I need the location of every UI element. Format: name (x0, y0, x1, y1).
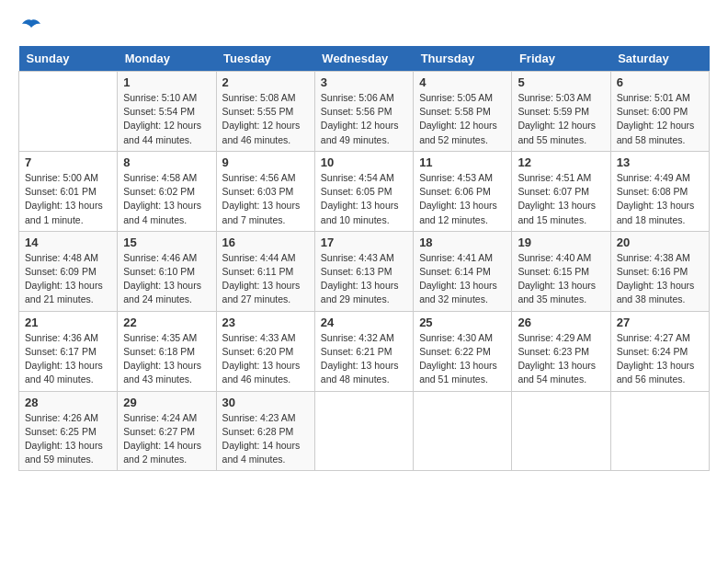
cell-content: Sunrise: 5:00 AM Sunset: 6:01 PM Dayligh… (25, 171, 111, 227)
cell-content: Sunrise: 4:24 AM Sunset: 6:27 PM Dayligh… (123, 411, 210, 467)
cell-content: Sunrise: 5:06 AM Sunset: 5:56 PM Dayligh… (321, 91, 407, 147)
cell-content: Sunrise: 4:27 AM Sunset: 6:24 PM Dayligh… (617, 331, 703, 387)
calendar-table: SundayMondayTuesdayWednesdayThursdayFrid… (18, 46, 710, 471)
calendar-cell: 27Sunrise: 4:27 AM Sunset: 6:24 PM Dayli… (610, 311, 709, 391)
calendar-cell: 17Sunrise: 4:43 AM Sunset: 6:13 PM Dayli… (314, 231, 413, 311)
cell-content: Sunrise: 5:03 AM Sunset: 5:59 PM Dayligh… (518, 91, 604, 147)
day-number: 27 (617, 316, 703, 329)
column-header-thursday: Thursday (414, 46, 512, 72)
calendar-week-row: 1Sunrise: 5:10 AM Sunset: 5:54 PM Daylig… (19, 72, 710, 152)
calendar-cell: 7Sunrise: 5:00 AM Sunset: 6:01 PM Daylig… (19, 151, 118, 231)
day-number: 20 (617, 236, 703, 249)
column-header-sunday: Sunday (19, 46, 118, 72)
calendar-cell: 26Sunrise: 4:29 AM Sunset: 6:23 PM Dayli… (512, 311, 610, 391)
day-number: 1 (123, 75, 210, 89)
day-number: 11 (419, 155, 506, 169)
calendar-week-row: 21Sunrise: 4:36 AM Sunset: 6:17 PM Dayli… (19, 311, 710, 391)
cell-content: Sunrise: 4:41 AM Sunset: 6:14 PM Dayligh… (419, 251, 506, 307)
calendar-cell: 30Sunrise: 4:23 AM Sunset: 6:28 PM Dayli… (216, 391, 314, 471)
column-header-saturday: Saturday (610, 46, 709, 72)
calendar-week-row: 7Sunrise: 5:00 AM Sunset: 6:01 PM Daylig… (19, 151, 710, 231)
calendar-cell: 16Sunrise: 4:44 AM Sunset: 6:11 PM Dayli… (216, 231, 314, 311)
cell-content: Sunrise: 4:48 AM Sunset: 6:09 PM Dayligh… (25, 251, 111, 307)
calendar-cell: 29Sunrise: 4:24 AM Sunset: 6:27 PM Dayli… (118, 391, 216, 471)
cell-content: Sunrise: 4:51 AM Sunset: 6:07 PM Dayligh… (518, 171, 604, 227)
day-number: 23 (222, 316, 309, 329)
day-number: 21 (25, 316, 111, 329)
day-number: 22 (123, 316, 210, 329)
calendar-header-row: SundayMondayTuesdayWednesdayThursdayFrid… (19, 46, 710, 72)
column-header-friday: Friday (512, 46, 610, 72)
calendar-week-row: 14Sunrise: 4:48 AM Sunset: 6:09 PM Dayli… (19, 231, 710, 311)
calendar-cell: 6Sunrise: 5:01 AM Sunset: 6:00 PM Daylig… (610, 72, 709, 152)
day-number: 13 (617, 155, 703, 169)
calendar-cell: 23Sunrise: 4:33 AM Sunset: 6:20 PM Dayli… (216, 311, 314, 391)
day-number: 12 (518, 155, 604, 169)
cell-content: Sunrise: 4:30 AM Sunset: 6:22 PM Dayligh… (419, 331, 506, 387)
day-number: 29 (123, 396, 210, 409)
cell-content: Sunrise: 4:53 AM Sunset: 6:06 PM Dayligh… (419, 171, 506, 227)
day-number: 7 (25, 155, 111, 169)
day-number: 5 (518, 75, 604, 89)
day-number: 4 (419, 75, 506, 89)
day-number: 6 (617, 75, 703, 89)
column-header-monday: Monday (118, 46, 216, 72)
cell-content: Sunrise: 4:43 AM Sunset: 6:13 PM Dayligh… (321, 251, 407, 307)
cell-content: Sunrise: 5:10 AM Sunset: 5:54 PM Dayligh… (123, 91, 210, 147)
calendar-cell: 5Sunrise: 5:03 AM Sunset: 5:59 PM Daylig… (512, 72, 610, 152)
day-number: 26 (518, 316, 604, 329)
day-number: 28 (25, 396, 111, 409)
cell-content: Sunrise: 4:35 AM Sunset: 6:18 PM Dayligh… (123, 331, 210, 387)
cell-content: Sunrise: 5:05 AM Sunset: 5:58 PM Dayligh… (419, 91, 506, 147)
column-header-tuesday: Tuesday (216, 46, 314, 72)
calendar-cell (314, 391, 413, 471)
calendar-cell: 2Sunrise: 5:08 AM Sunset: 5:55 PM Daylig… (216, 72, 314, 152)
cell-content: Sunrise: 4:29 AM Sunset: 6:23 PM Dayligh… (518, 331, 604, 387)
cell-content: Sunrise: 4:26 AM Sunset: 6:25 PM Dayligh… (25, 411, 111, 467)
calendar-cell (512, 391, 610, 471)
cell-content: Sunrise: 4:49 AM Sunset: 6:08 PM Dayligh… (617, 171, 703, 227)
calendar-cell: 11Sunrise: 4:53 AM Sunset: 6:06 PM Dayli… (414, 151, 512, 231)
calendar-cell: 4Sunrise: 5:05 AM Sunset: 5:58 PM Daylig… (414, 72, 512, 152)
calendar-cell: 12Sunrise: 4:51 AM Sunset: 6:07 PM Dayli… (512, 151, 610, 231)
logo (18, 18, 42, 31)
cell-content: Sunrise: 4:46 AM Sunset: 6:10 PM Dayligh… (123, 251, 210, 307)
calendar-cell: 19Sunrise: 4:40 AM Sunset: 6:15 PM Dayli… (512, 231, 610, 311)
day-number: 3 (321, 75, 407, 89)
calendar-cell: 15Sunrise: 4:46 AM Sunset: 6:10 PM Dayli… (118, 231, 216, 311)
calendar-week-row: 28Sunrise: 4:26 AM Sunset: 6:25 PM Dayli… (19, 391, 710, 471)
cell-content: Sunrise: 4:44 AM Sunset: 6:11 PM Dayligh… (222, 251, 309, 307)
calendar-cell: 1Sunrise: 5:10 AM Sunset: 5:54 PM Daylig… (118, 72, 216, 152)
cell-content: Sunrise: 5:01 AM Sunset: 6:00 PM Dayligh… (617, 91, 703, 147)
cell-content: Sunrise: 4:40 AM Sunset: 6:15 PM Dayligh… (518, 251, 604, 307)
calendar-cell: 3Sunrise: 5:06 AM Sunset: 5:56 PM Daylig… (314, 72, 413, 152)
day-number: 10 (321, 155, 407, 169)
calendar-cell (19, 72, 118, 152)
day-number: 15 (123, 236, 210, 249)
calendar-cell: 25Sunrise: 4:30 AM Sunset: 6:22 PM Dayli… (414, 311, 512, 391)
day-number: 30 (222, 396, 309, 409)
day-number: 19 (518, 236, 604, 249)
calendar-cell: 21Sunrise: 4:36 AM Sunset: 6:17 PM Dayli… (19, 311, 118, 391)
calendar-cell: 18Sunrise: 4:41 AM Sunset: 6:14 PM Dayli… (414, 231, 512, 311)
cell-content: Sunrise: 4:33 AM Sunset: 6:20 PM Dayligh… (222, 331, 309, 387)
calendar-cell: 24Sunrise: 4:32 AM Sunset: 6:21 PM Dayli… (314, 311, 413, 391)
calendar-cell (610, 391, 709, 471)
day-number: 16 (222, 236, 309, 249)
day-number: 8 (123, 155, 210, 169)
day-number: 17 (321, 236, 407, 249)
cell-content: Sunrise: 4:38 AM Sunset: 6:16 PM Dayligh… (617, 251, 703, 307)
calendar-cell: 10Sunrise: 4:54 AM Sunset: 6:05 PM Dayli… (314, 151, 413, 231)
day-number: 9 (222, 155, 309, 169)
calendar-cell: 20Sunrise: 4:38 AM Sunset: 6:16 PM Dayli… (610, 231, 709, 311)
cell-content: Sunrise: 4:58 AM Sunset: 6:02 PM Dayligh… (123, 171, 210, 227)
cell-content: Sunrise: 4:36 AM Sunset: 6:17 PM Dayligh… (25, 331, 111, 387)
calendar-cell (414, 391, 512, 471)
cell-content: Sunrise: 4:54 AM Sunset: 6:05 PM Dayligh… (321, 171, 407, 227)
day-number: 24 (321, 316, 407, 329)
cell-content: Sunrise: 4:56 AM Sunset: 6:03 PM Dayligh… (222, 171, 309, 227)
calendar-cell: 14Sunrise: 4:48 AM Sunset: 6:09 PM Dayli… (19, 231, 118, 311)
cell-content: Sunrise: 4:23 AM Sunset: 6:28 PM Dayligh… (222, 411, 309, 467)
column-header-wednesday: Wednesday (314, 46, 413, 72)
day-number: 14 (25, 236, 111, 249)
